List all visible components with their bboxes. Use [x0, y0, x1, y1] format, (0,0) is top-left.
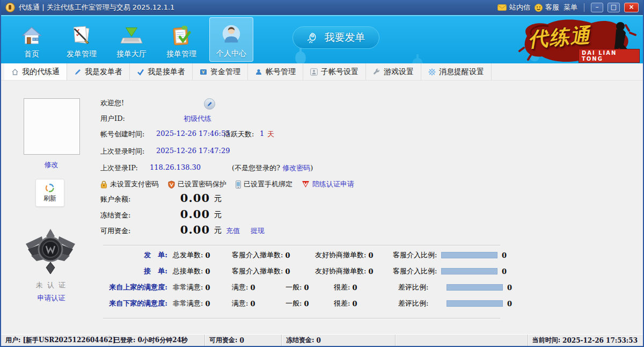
home-outline-icon [11, 68, 19, 76]
app-icon [5, 3, 15, 12]
main-header: 首页 发单管理 接单大厅 [1, 15, 643, 63]
tab-label: 帐号管理 [266, 67, 296, 77]
withdraw-link[interactable]: 提现 [251, 226, 265, 236]
available-value: 0.00 [164, 223, 210, 236]
order-hall-icon [119, 24, 144, 47]
stat-key: 一般: [286, 283, 302, 292]
stats-row-take: 接 单: 总接单数:0 客服介入撤单数:0 友好协商撤单数:0 客服介入比例:0 [100, 263, 508, 279]
created-label: 帐号创建时间: [100, 130, 144, 138]
nav-label: 发单管理 [67, 49, 97, 59]
user-id-label: 用户ID: [100, 114, 125, 122]
row-label: 来自上家的满意度: [100, 283, 167, 292]
stats-row-downstream: 来自下家的满意度: 非常满意:0 满意:0 一般:0 很差:0 差评比例:0 [100, 295, 508, 312]
inbox-button[interactable]: 站内信 [497, 3, 530, 12]
stat-key: 客服介入撤单数: [232, 250, 283, 260]
logo-subtitle: DAI LIAN TONG [579, 49, 640, 63]
active-days-unit: 天 [267, 129, 274, 139]
titlebar: 代练通 | 关注代练工作室管理与交易 2025.12.1.1 站内信 客服 菜单… [1, 0, 643, 15]
nav-item-order-manage[interactable]: 接单管理 [159, 17, 203, 62]
available-unit: 元 [214, 226, 222, 235]
lock-icon [100, 180, 107, 189]
tab-i-am-poster[interactable]: 我是发单者 [67, 63, 130, 80]
nav-item-post-manage[interactable]: 发单管理 [60, 17, 104, 62]
pay-password-badge: 未设置支付密码 [100, 179, 159, 189]
menu-label: 菜单 [564, 3, 577, 12]
stat-key: 很差: [334, 283, 350, 292]
status-available: 可用资金: 0 [205, 335, 282, 346]
tab-label: 我是发单者 [85, 67, 122, 77]
order-post-icon [69, 24, 94, 47]
tab-game-settings[interactable]: 游戏设置 [366, 63, 421, 80]
stat-key: 满意: [232, 283, 248, 292]
available-row: 可用资金: 0.00 元 充值 提现 [100, 223, 358, 237]
stat-key: 非常满意: [173, 299, 203, 308]
order-manage-icon [169, 24, 194, 47]
subaccount-icon [310, 68, 318, 76]
maximize-button[interactable]: □ [608, 3, 620, 12]
phone-icon [236, 180, 241, 189]
stat-key: 一般: [286, 299, 302, 308]
stat-key: 非常满意: [173, 283, 203, 292]
balance-unit: 元 [214, 194, 222, 204]
phone-bind-text: 已设置手机绑定 [244, 179, 292, 189]
nav-item-personal-center[interactable]: 个人中心 [209, 17, 253, 62]
tab-funds[interactable]: 资金管理 [193, 63, 248, 80]
password-protect-badge: 已设置密码保护 [168, 179, 226, 189]
status-available-value: 0 [239, 337, 244, 344]
status-user-value: [新手USR2025122604462] [23, 336, 115, 345]
edit-nickname-button[interactable] [204, 98, 215, 110]
divider [103, 245, 500, 246]
rank-badge-icon [24, 225, 77, 276]
nav-item-home[interactable]: 首页 [10, 17, 54, 62]
tab-account[interactable]: 帐号管理 [248, 63, 303, 80]
wrench-icon [373, 68, 380, 76]
status-user: 用户: [新手USR2025122604462] [1, 335, 109, 346]
stat-key: 总接单数: [173, 266, 203, 276]
tab-i-am-taker[interactable]: 我是接单者 [130, 63, 193, 80]
minimize-button[interactable]: – [591, 3, 603, 12]
tab-my-dailiantong[interactable]: 我的代练通 [4, 63, 67, 80]
status-frozen-value: 0 [316, 337, 320, 344]
phone-bind-badge: 已设置手机绑定 [236, 179, 292, 189]
tab-label: 我是接单者 [148, 67, 185, 77]
ratio-value: 0 [507, 300, 512, 308]
inbox-label: 站内信 [509, 3, 530, 12]
post-order-button[interactable]: 我要发单 [292, 26, 379, 49]
user-level-link[interactable]: 初级代练 [184, 114, 211, 124]
stat-value: 0 [205, 251, 210, 259]
status-available-label: 可用资金: [209, 336, 237, 345]
home-icon [19, 24, 44, 47]
frozen-unit: 元 [214, 210, 222, 220]
balance-value: 0.00 [164, 191, 210, 205]
stat-key: 总发单数: [173, 250, 203, 260]
menu-button[interactable]: 菜单 [564, 3, 577, 12]
post-order-label: 我要发单 [325, 31, 365, 45]
edit-pencil-icon [207, 101, 213, 107]
not-you-row: (不是您登录的? 修改密码) [232, 163, 313, 173]
stat-value: 0 [352, 300, 357, 308]
apply-cert-link[interactable]: 申请认证 [24, 293, 79, 303]
tab-subaccount[interactable]: 子帐号设置 [303, 63, 366, 80]
recharge-link[interactable]: 充值 [226, 226, 240, 236]
status-time-label: 当前时间: [532, 336, 560, 345]
trainer-cert-item: 陪练认证申请 [302, 179, 354, 189]
balance-label: 账户余额: [100, 194, 130, 204]
service-button[interactable]: 客服 [535, 3, 559, 12]
stat-value: 0 [205, 268, 210, 276]
user-id-row: 用户ID: 初级代练 [100, 114, 379, 124]
trainer-cert-link[interactable]: 陪练认证申请 [312, 179, 354, 189]
last-login-label: 上次登录时间: [100, 147, 144, 155]
stats-row-post: 发 单: 总发单数:0 客服介入撤单数:0 友好协商撤单数:0 客服介入比例:0 [100, 247, 508, 263]
status-user-label: 用户: [5, 336, 20, 345]
mail-icon [497, 4, 507, 11]
not-you-text: (不是您登录的? [232, 164, 280, 172]
stat-value: 0 [304, 300, 309, 308]
refresh-button[interactable]: 刷新 [35, 179, 64, 207]
ratio-value: 0 [507, 284, 512, 292]
close-button[interactable]: × [624, 3, 639, 12]
tab-message-settings[interactable]: 消息提醒设置 [421, 63, 492, 80]
welcome-text: 欢迎您! [100, 98, 124, 108]
nav-item-order-hall[interactable]: 接单大厅 [109, 17, 153, 62]
change-password-link[interactable]: 修改密码 [282, 164, 310, 172]
modify-avatar-link[interactable]: 修改 [24, 160, 79, 170]
